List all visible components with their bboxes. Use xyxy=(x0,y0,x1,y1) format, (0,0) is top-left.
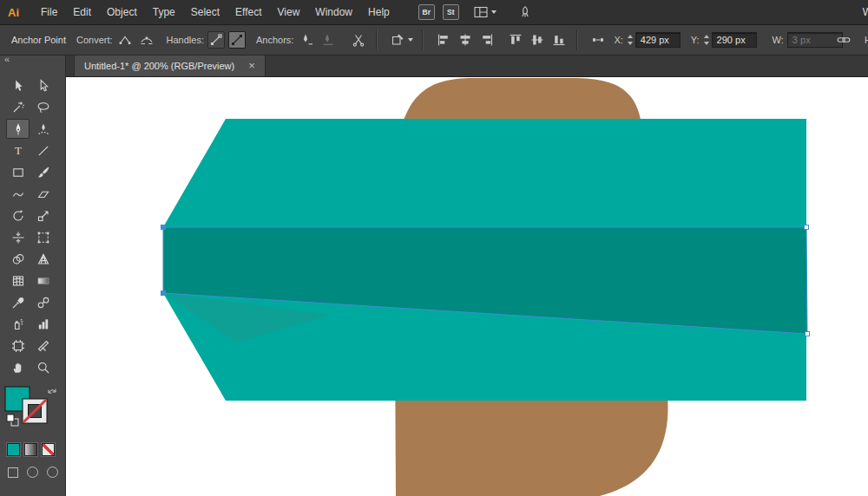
menu-type[interactable]: Type xyxy=(145,0,183,24)
menu-view[interactable]: View xyxy=(270,0,308,24)
default-fill-stroke-icon[interactable] xyxy=(7,414,18,426)
canvas-area[interactable] xyxy=(65,76,868,496)
align-left-button[interactable] xyxy=(434,31,452,49)
convert-to-corner-button[interactable] xyxy=(116,31,135,49)
menu-effect[interactable]: Effect xyxy=(227,0,269,24)
hide-handles-button[interactable] xyxy=(207,31,225,49)
shaper-tool[interactable] xyxy=(6,184,30,204)
align-middle-button[interactable] xyxy=(528,31,546,49)
workspace-switcher[interactable] xyxy=(474,6,496,18)
convert-label: Convert: xyxy=(76,35,113,45)
curvature-tool-icon xyxy=(36,122,50,136)
anchor-point-bottom-left[interactable] xyxy=(161,291,166,296)
reference-point-button[interactable] xyxy=(589,31,607,49)
align-right-button[interactable] xyxy=(477,31,496,49)
slice-tool[interactable] xyxy=(31,336,55,356)
gradient-tool[interactable] xyxy=(31,271,55,290)
bridge-button[interactable]: Br xyxy=(418,4,435,20)
column-graph-tool[interactable] xyxy=(31,314,55,334)
blend-tool[interactable] xyxy=(31,292,55,312)
separator xyxy=(376,29,378,50)
separator xyxy=(422,29,424,50)
draw-mode-buttons xyxy=(8,467,65,478)
mesh-tool[interactable] xyxy=(6,271,30,290)
x-input[interactable]: 429 px xyxy=(635,32,681,48)
eraser-tool-icon xyxy=(36,187,50,201)
draw-normal-icon[interactable] xyxy=(8,467,18,478)
align-top-button[interactable] xyxy=(506,31,524,49)
menu-help[interactable]: Help xyxy=(360,0,398,24)
line-segment-tool[interactable] xyxy=(31,140,55,160)
zoom-tool-icon xyxy=(36,361,50,375)
handles-show-icon xyxy=(230,33,244,47)
menu-object[interactable]: Object xyxy=(99,0,145,24)
align-middle-icon xyxy=(530,33,544,47)
document-tab[interactable]: Untitled-1* @ 200% (RGB/Preview) × xyxy=(74,54,266,76)
gradient-button[interactable] xyxy=(24,443,37,456)
isolate-object-icon xyxy=(391,33,404,47)
menu-edit[interactable]: Edit xyxy=(65,0,99,24)
eraser-tool[interactable] xyxy=(31,184,55,204)
collapse-panel-button[interactable]: « xyxy=(0,54,65,67)
show-handles-button[interactable] xyxy=(228,31,246,49)
color-button[interactable] xyxy=(7,443,20,456)
shape-builder-tool[interactable] xyxy=(6,249,30,269)
symbol-sprayer-tool[interactable] xyxy=(6,314,30,334)
connect-anchors-button[interactable] xyxy=(319,31,337,49)
type-glyph: T xyxy=(15,144,22,157)
align-bottom-button[interactable] xyxy=(549,31,568,49)
lasso-tool[interactable] xyxy=(31,97,55,117)
swap-fill-stroke-icon[interactable] xyxy=(49,389,56,393)
none-button[interactable] xyxy=(42,443,55,456)
artboard-tool[interactable] xyxy=(6,336,30,356)
x-stepper[interactable] xyxy=(627,34,634,46)
curvature-tool[interactable] xyxy=(31,119,55,139)
menu-window[interactable]: Window xyxy=(307,0,360,24)
zoom-tool[interactable] xyxy=(31,357,55,377)
pen-tool[interactable] xyxy=(6,119,30,139)
eyedropper-tool[interactable] xyxy=(6,292,30,312)
gpu-performance-icon[interactable] xyxy=(518,5,532,19)
anchor-point-bottom-right[interactable] xyxy=(806,332,810,336)
w-input[interactable]: 3 px xyxy=(787,32,843,48)
perspective-grid-tool[interactable] xyxy=(31,249,55,269)
direct-selection-tool-icon xyxy=(36,79,50,93)
convert-to-smooth-button[interactable] xyxy=(138,31,156,49)
lasso-tool-icon xyxy=(36,101,50,114)
isolate-object-button[interactable] xyxy=(388,31,406,49)
width-tool[interactable] xyxy=(6,227,30,247)
close-icon[interactable]: × xyxy=(248,60,255,71)
magic-wand-tool[interactable] xyxy=(6,97,30,117)
draw-behind-icon[interactable] xyxy=(27,467,38,478)
cut-path-button[interactable] xyxy=(349,31,367,49)
menu-bar: Ai File Edit Object Type Select Effect V… xyxy=(0,0,868,25)
canvas-artwork xyxy=(65,76,868,496)
y-stepper[interactable] xyxy=(703,34,710,46)
draw-inside-icon[interactable] xyxy=(47,467,58,478)
menu-select[interactable]: Select xyxy=(183,0,227,24)
chevron-down-icon[interactable] xyxy=(408,38,413,42)
remove-anchor-button[interactable] xyxy=(297,31,315,49)
selection-tool[interactable] xyxy=(6,75,30,95)
reference-point-icon xyxy=(591,33,605,47)
width-tool-icon xyxy=(11,231,25,245)
direct-selection-tool[interactable] xyxy=(31,75,55,95)
stock-button[interactable]: St xyxy=(443,4,459,20)
hand-tool[interactable] xyxy=(6,357,30,377)
free-transform-tool[interactable] xyxy=(31,227,55,247)
rectangle-tool[interactable] xyxy=(6,162,30,182)
type-tool[interactable]: T xyxy=(6,140,30,160)
scale-tool[interactable] xyxy=(31,206,55,225)
pen-tool-icon xyxy=(11,122,25,136)
tools-grid: T xyxy=(6,75,65,379)
link-dimensions-button[interactable] xyxy=(837,25,851,55)
stroke-swatch[interactable] xyxy=(23,399,47,423)
rotate-tool[interactable] xyxy=(6,206,30,225)
align-center-button[interactable] xyxy=(456,31,474,49)
anchor-point-top-right[interactable] xyxy=(805,225,809,230)
anchor-point-top-left[interactable] xyxy=(161,225,166,230)
paintbrush-tool[interactable] xyxy=(31,162,55,182)
fill-stroke-indicator xyxy=(4,386,65,431)
y-input[interactable]: 290 px xyxy=(712,32,757,48)
menu-file[interactable]: File xyxy=(33,0,65,24)
